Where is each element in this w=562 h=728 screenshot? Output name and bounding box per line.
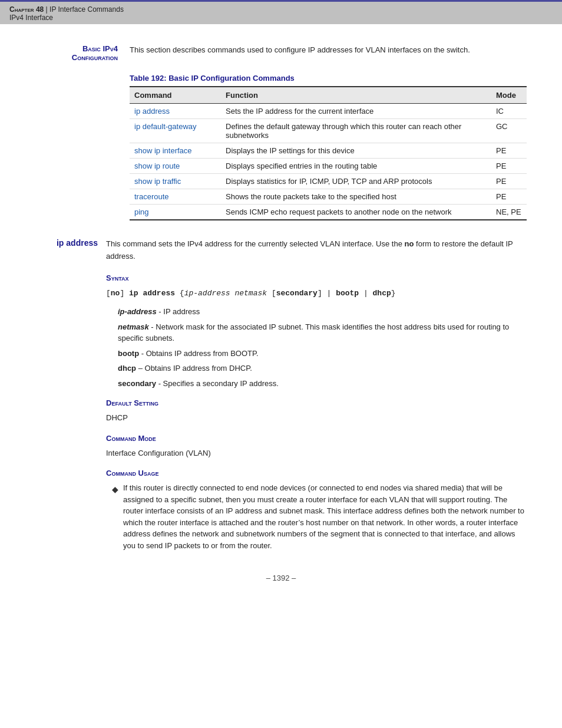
section-label-line2: Configuration (35, 53, 118, 62)
param-name: bootp (118, 349, 139, 358)
table-cell-function: Shows the route packets take to the spec… (221, 189, 491, 205)
syntax-line: [no] ip address {ip-address netmask [sec… (106, 288, 527, 300)
param-item: dhcp – Obtains IP address from DHCP. (118, 363, 527, 374)
command-link[interactable]: show ip interface (134, 146, 192, 155)
table-cell-command[interactable]: show ip traffic (130, 174, 221, 189)
table-cell-command[interactable]: ip address (130, 104, 221, 119)
col-header-command: Command (130, 87, 221, 104)
col-header-mode: Mode (491, 87, 527, 104)
header-sub-title: IPv4 Interface (9, 14, 53, 22)
table-cell-command[interactable]: ping (130, 205, 221, 220)
bullet-text: If this router is directly connected to … (123, 482, 527, 551)
command-link[interactable]: show ip traffic (134, 177, 181, 186)
table-container: Table 192: Basic IP Configuration Comman… (130, 74, 527, 220)
command-link[interactable]: ping (134, 207, 149, 216)
commands-table: Command Function Mode ip addressSets the… (130, 86, 527, 220)
table-cell-mode: GC (491, 119, 527, 143)
table-cell-command[interactable]: show ip interface (130, 143, 221, 159)
table-cell-mode: PE (491, 174, 527, 189)
param-name: dhcp (118, 364, 136, 373)
table-cell-mode: PE (491, 143, 527, 159)
command-heading: ip address This command sets the IPv4 ad… (35, 238, 527, 556)
cmdmode-title: Command Mode (106, 433, 527, 445)
cmdmode-val: Interface Configuration (VLAN) (106, 447, 527, 460)
table-cell-function: Sends ICMP echo request packets to anoth… (221, 205, 491, 220)
table-row: show ip routeDisplays specified entries … (130, 159, 527, 174)
section-label: Basic IPv4 Configuration (35, 44, 130, 62)
table-cell-function: Displays the IP settings for this device (221, 143, 491, 159)
param-item: ip-address - IP address (118, 306, 527, 318)
param-item: netmask - Network mask for the associate… (118, 321, 527, 344)
main-content: Basic IPv4 Configuration This section de… (0, 24, 562, 606)
section-label-line1: Basic IPv4 (35, 44, 118, 53)
table-cell-command[interactable]: show ip route (130, 159, 221, 174)
command-link[interactable]: show ip route (134, 162, 180, 170)
bullet-list: ◆If this router is directly connected to… (112, 482, 527, 551)
ip-address-section: ip address This command sets the IPv4 ad… (35, 238, 527, 556)
syntax-title: Syntax (106, 272, 527, 285)
table-row: ip addressSets the IP address for the cu… (130, 104, 527, 119)
command-desc: This command sets the IPv4 address for t… (106, 239, 513, 261)
table-cell-function: Displays statistics for IP, ICMP, UDP, T… (221, 174, 491, 189)
table-row: ip default-gatewayDefines the default ga… (130, 119, 527, 143)
table-cell-function: Displays specified entries in the routin… (221, 159, 491, 174)
command-name[interactable]: ip address (35, 238, 106, 556)
command-body: This command sets the IPv4 address for t… (106, 238, 527, 556)
no-keyword: no (405, 239, 414, 248)
table-cell-mode: NE, PE (491, 205, 527, 220)
page-number: – 1392 – (35, 574, 527, 582)
table-cell-mode: IC (491, 104, 527, 119)
section-desc: This section describes commands used to … (130, 44, 527, 62)
chapter-title: IP Interface Commands (49, 5, 124, 14)
command-link[interactable]: ip default-gateway (134, 122, 197, 131)
command-link[interactable]: ip address (134, 107, 170, 116)
table-cell-mode: PE (491, 159, 527, 174)
header-chapter: Chapter 48 | IP Interface Commands (9, 5, 553, 14)
cmdusage-title: Command Usage (106, 467, 527, 480)
col-header-function: Function (221, 87, 491, 104)
table-cell-mode: PE (491, 189, 527, 205)
table-row: show ip interfaceDisplays the IP setting… (130, 143, 527, 159)
param-list: ip-address - IP addressnetmask - Network… (118, 306, 527, 389)
bullet-item: ◆If this router is directly connected to… (112, 482, 527, 551)
header-sub: IPv4 Interface (9, 14, 553, 22)
bullet-diamond-icon: ◆ (112, 483, 118, 496)
section-intro: Basic IPv4 Configuration This section de… (35, 44, 527, 62)
param-name: secondary (118, 379, 156, 388)
table-cell-function: Defines the default gateway through whic… (221, 119, 491, 143)
table-body: ip addressSets the IP address for the cu… (130, 104, 527, 220)
param-name: netmask (118, 322, 149, 331)
param-name: ip-address (118, 307, 157, 316)
table-row: show ip trafficDisplays statistics for I… (130, 174, 527, 189)
chapter-label: Chapter 48 (9, 5, 44, 14)
table-cell-command[interactable]: ip default-gateway (130, 119, 221, 143)
header-bar: Chapter 48 | IP Interface Commands IPv4 … (0, 0, 562, 24)
param-item: bootp - Obtains IP address from BOOTP. (118, 348, 527, 360)
table-cell-command[interactable]: traceroute (130, 189, 221, 205)
default-setting-title: Default Setting (106, 397, 527, 410)
table-header-row: Command Function Mode (130, 87, 527, 104)
table-cell-function: Sets the IP address for the current inte… (221, 104, 491, 119)
param-item: secondary - Specifies a secondary IP add… (118, 378, 527, 390)
command-link[interactable]: traceroute (134, 192, 169, 201)
chapter-separator: | (44, 5, 49, 14)
table-title: Table 192: Basic IP Configuration Comman… (130, 74, 527, 83)
default-val: DHCP (106, 412, 527, 424)
table-row: pingSends ICMP echo request packets to a… (130, 205, 527, 220)
table-row: tracerouteShows the route packets take t… (130, 189, 527, 205)
